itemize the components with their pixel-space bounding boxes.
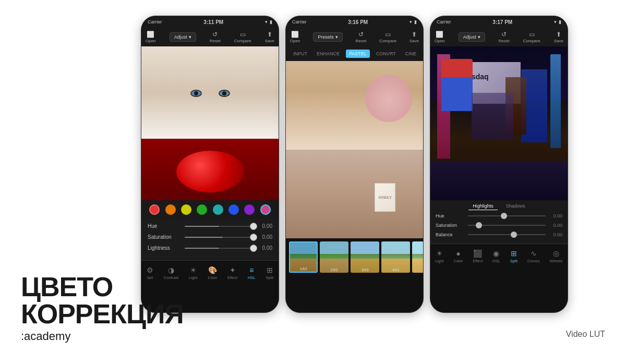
saturation-track[interactable] (185, 237, 254, 238)
curves-label-p3: Curves (527, 259, 540, 263)
balance-value-p3: 0.00 (548, 232, 562, 237)
thumbnail-strip: 1/63 2/63 3/63 4/63 5/63 (286, 238, 423, 276)
lightness-track[interactable] (185, 248, 254, 249)
phone1-status-icons: ▾ ▮ (265, 19, 272, 25)
phone2-reset-btn[interactable]: ↺ Reset (356, 31, 367, 43)
thumb-4[interactable]: 4/63 (381, 241, 410, 273)
lightness-label: Lightness (148, 245, 182, 251)
phone3-carrier: Carrier (437, 19, 451, 25)
hue-slider-p3: Hue 0.00 (436, 213, 562, 219)
battery-icon-p3: ▮ (559, 19, 561, 25)
effect-icon: ✦ (230, 266, 236, 274)
color-dot-purple[interactable] (244, 204, 255, 215)
tab-convrt[interactable]: CONVRT (373, 50, 399, 58)
thumb-3[interactable]: 3/63 (351, 241, 379, 273)
tab-pastel[interactable]: PASTEL (346, 50, 370, 58)
phone2-compare-btn[interactable]: ▭ Compare (379, 31, 396, 43)
phone2-carrier: Carrier (292, 19, 307, 25)
split-icon: ⊞ (267, 266, 273, 274)
nav3-wheels[interactable]: ◎ Wheels (549, 249, 562, 263)
nav3-color[interactable]: ● Color (453, 249, 463, 263)
color-dot-pink[interactable] (260, 204, 271, 215)
neon-right (550, 54, 561, 148)
color-dot-green[interactable] (197, 204, 207, 215)
folder-icon-p2: ⬜ (291, 31, 299, 38)
preset-tabs-row: INPUT ENHANCE PASTEL CONVRT CINE (286, 46, 423, 61)
battery-icon: ▮ (270, 19, 272, 25)
floor (430, 162, 568, 200)
phone1-reset-btn[interactable]: ↺ Reset (210, 31, 221, 43)
phone3-open-btn[interactable]: ⬜ Open (435, 31, 445, 43)
thumb-2[interactable]: 2/63 (320, 241, 348, 273)
tab-shadows[interactable]: Shadows (502, 202, 529, 210)
phone2-status-icons: ▾ ▮ (410, 19, 417, 25)
building-center (472, 93, 513, 140)
adjust-chevron: ▾ (189, 34, 191, 40)
thumb-1[interactable]: 1/63 (289, 241, 318, 273)
phone2-presets-btn[interactable]: Presets ▾ (313, 32, 343, 42)
color-dot-blue[interactable] (228, 204, 239, 215)
phone-2: Carrier 3:16 PM ▾ ▮ ⬜ Open Presets ▾ ↺ (285, 16, 424, 313)
phone1-image (141, 46, 279, 200)
figure (441, 59, 473, 111)
saturation-thumb (250, 234, 257, 241)
phone2-save-btn[interactable]: ⬆ Save (410, 31, 419, 43)
reset-label: Reset (210, 39, 221, 43)
tab-highlights[interactable]: Highlights (468, 202, 498, 210)
wifi-icon-p3: ▾ (554, 19, 557, 25)
phone3-compare-btn[interactable]: ▭ Compare (523, 31, 540, 43)
saturation-slider-row: Saturation 0.00 (148, 234, 272, 240)
color-dot-teal[interactable] (213, 204, 223, 215)
tab-input[interactable]: INPUT (290, 50, 310, 58)
balance-track-p3[interactable] (468, 234, 546, 235)
color-dots-row (141, 200, 279, 219)
nav3-effect[interactable]: ⬛ Effect (473, 249, 483, 263)
phone3-adjust-btn[interactable]: Adjust ▾ (459, 32, 485, 42)
wifi-icon-p2: ▾ (410, 19, 412, 25)
compare-icon-p3: ▭ (529, 31, 535, 38)
phone2-statusbar: Carrier 3:16 PM ▾ ▮ (286, 16, 423, 28)
sat-slider-p3: Saturation 0.00 (436, 223, 562, 228)
hue-label-p3: Hue (436, 213, 466, 219)
hue-track-p3[interactable] (468, 215, 546, 216)
sat-track-p3[interactable] (468, 225, 546, 226)
compare-icon: ▭ (240, 31, 246, 38)
effect-label-p3: Effect (473, 259, 483, 263)
phone2-open-btn[interactable]: ⬜ Open (290, 31, 300, 43)
hue-value: 0.00 (257, 223, 272, 229)
color-dot-orange[interactable] (165, 204, 176, 215)
phone3-reset-btn[interactable]: ↺ Reset (499, 31, 510, 43)
portrait-lower (286, 150, 423, 238)
save-icon-p2: ⬆ (412, 31, 417, 38)
open-label-p3: Open (435, 39, 445, 43)
color-label-p3: Color (453, 259, 463, 263)
reset-label-p3: Reset (499, 39, 510, 43)
phone3-save-btn[interactable]: ⬆ Save (554, 31, 563, 43)
hue-value-p3: 0.00 (548, 213, 562, 219)
color-dot-yellow[interactable] (181, 204, 191, 215)
nav3-hsl[interactable]: ◉ HSL (492, 249, 500, 263)
balance-label-p3: Balance (436, 232, 466, 237)
tab-cine[interactable]: CINE (402, 50, 420, 58)
split-label-p3: Split (510, 259, 518, 263)
phone1-adjust-btn[interactable]: Adjust ▾ (170, 32, 196, 42)
color-icon: 🎨 (208, 266, 217, 274)
nav3-split[interactable]: ⊞ Split (510, 249, 518, 263)
reset-icon-p3: ↺ (501, 31, 507, 38)
tab-enhance[interactable]: ENHANCE (314, 50, 343, 58)
phone3-time: 3:17 PM (492, 19, 512, 25)
nav3-curves[interactable]: ∿ Curves (527, 249, 540, 263)
book-text: KINDLY (379, 196, 392, 199)
hue-fill (185, 226, 219, 227)
phone1-save-btn[interactable]: ⬆ Save (265, 31, 274, 43)
hsl-label-p3: HSL (492, 259, 500, 263)
nav3-light[interactable]: ☀ Light (435, 249, 443, 263)
color-dot-red[interactable] (149, 204, 160, 215)
lightness-value: 0.00 (257, 245, 272, 251)
phone1-compare-btn[interactable]: ▭ Compare (234, 31, 251, 43)
hsl-icon-p3: ◉ (493, 249, 499, 258)
phone1-open-btn[interactable]: ⬜ Open (146, 31, 156, 43)
thumb-5[interactable]: 5/63 (412, 241, 423, 273)
phone3-image: sdaq (430, 46, 568, 200)
hue-track[interactable] (185, 226, 254, 227)
